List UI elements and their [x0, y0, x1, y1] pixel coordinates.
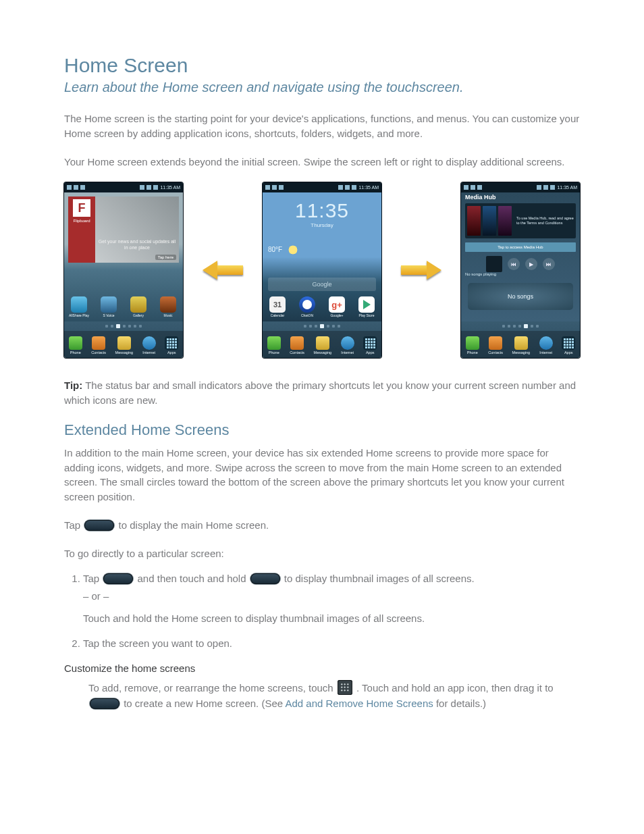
dock-phone[interactable]: Phone [267, 336, 281, 355]
status-bar: 11:35 AM [461, 182, 580, 192]
app-calendar[interactable]: 31Calendar [267, 296, 288, 317]
weather-temp: 80°F [268, 246, 282, 253]
dock: Phone Contacts Messaging Internet Apps [64, 331, 183, 358]
app-chaton[interactable]: ChatON [297, 296, 317, 317]
poster-icon [498, 206, 512, 236]
app-svoice[interactable]: S Voice [99, 296, 119, 317]
page-subtitle: Learn about the Home screen and navigate… [64, 80, 580, 95]
dock-contacts[interactable]: Contacts [290, 336, 304, 355]
screens-hint: Your Home screen extends beyond the init… [64, 155, 580, 170]
step-1-alt: Touch and hold the Home screen to displa… [83, 610, 580, 626]
weather-widget[interactable]: 80°F [268, 244, 299, 256]
phone-center: 11:35 AM 11:35 Thursday 80°F Google 31Ca… [263, 182, 381, 358]
gplus-icon: g+ [329, 296, 345, 313]
media-hub-card[interactable]: To use Media Hub, read and agree to the … [465, 203, 576, 238]
step-2: Tap the screen you want to open. [83, 635, 580, 651]
home-key-icon [103, 573, 133, 584]
customize-list: To add, remove, or rearrange the home sc… [64, 680, 580, 712]
tip-label: Tip: [64, 380, 82, 391]
flipboard-caption: Get your news and social updates all in … [98, 239, 176, 251]
flipboard-widget[interactable]: F Flipboard Get your news and social upd… [68, 197, 179, 263]
google-search-bar[interactable]: Google [268, 278, 376, 291]
home-key-icon [90, 698, 119, 709]
prev-track-button[interactable]: ⏮ [508, 258, 520, 270]
no-songs-box: No songs [468, 283, 573, 310]
dock-internet[interactable]: Internet [539, 336, 553, 355]
customize-heading: Customize the home screens [64, 661, 580, 676]
arrow-left-icon [203, 261, 243, 280]
dock: Phone Contacts Messaging Internet Apps [461, 331, 580, 358]
play-button[interactable]: ▶ [525, 258, 537, 270]
media-hub-note: To use Media Hub, read and agree to the … [514, 216, 574, 226]
dock-contacts[interactable]: Contacts [91, 336, 106, 355]
status-time: 11:35 AM [557, 185, 577, 190]
flipboard-icon: F [73, 199, 90, 217]
page-indicator [64, 321, 183, 331]
poster-icon [483, 206, 496, 236]
home-key-icon [84, 520, 114, 531]
or-separator: – or – [83, 588, 580, 604]
dock-messaging[interactable]: Messaging [115, 336, 134, 355]
status-time: 11:35 AM [358, 185, 379, 190]
media-hub-accent-bar[interactable]: Tap to access Media Hub [465, 242, 576, 252]
customize-link[interactable]: Add and Remove Home Screens [285, 698, 433, 709]
app-music[interactable]: Music [158, 296, 178, 317]
clock-day: Thursday [263, 222, 381, 228]
dock-apps[interactable]: Apps [363, 336, 377, 355]
dock-apps[interactable]: Apps [562, 336, 575, 355]
ext-p3: To go directly to a particular screen: [64, 546, 580, 561]
status-time: 11:35 AM [160, 185, 180, 190]
customize-item: To add, remove, or rearrange the home sc… [88, 680, 580, 712]
page-indicator [263, 321, 381, 331]
dock-contacts[interactable]: Contacts [488, 336, 503, 355]
intro-paragraph: The Home screen is the starting point fo… [64, 111, 580, 141]
dock-messaging[interactable]: Messaging [314, 336, 332, 355]
status-bar: 11:35 AM [64, 182, 183, 192]
ext-p1: In addition to the main Home screen, you… [64, 446, 580, 504]
flipboard-label: Flipboard [73, 219, 90, 223]
flipboard-cta[interactable]: Tap here [155, 255, 176, 260]
document-page: Home Screen Learn about the Home screen … [0, 0, 644, 779]
next-track-button[interactable]: ⏭ [543, 258, 555, 270]
poster-icon [467, 206, 481, 236]
app-playstore[interactable]: Play Store [356, 296, 377, 317]
app-gallery[interactable]: Gallery [128, 296, 149, 317]
tip-paragraph: Tip: The status bar and small indicators… [64, 378, 580, 408]
google-label: Google [312, 281, 331, 288]
phone-right: 11:35 AM Media Hub To use Media Hub, rea… [461, 182, 580, 358]
page-title: Home Screen [64, 54, 580, 77]
dock: Phone Contacts Messaging Internet Apps [263, 331, 381, 358]
chaton-icon [299, 296, 315, 313]
dock-phone[interactable]: Phone [69, 336, 82, 355]
ext-heading: Extended Home Screens [64, 421, 580, 439]
dock-phone[interactable]: Phone [466, 336, 479, 355]
step-1: Tap and then touch and hold to display t… [83, 571, 580, 626]
media-hub-title: Media Hub [465, 194, 496, 201]
ext-p2: Tap to display the main Home screen. [64, 518, 580, 533]
calendar-icon: 31 [269, 296, 286, 313]
app-gplus[interactable]: g+Google+ [327, 296, 347, 317]
phone-left: 11:35 AM F Flipboard Get your news and s… [64, 182, 183, 358]
dock-internet[interactable]: Internet [142, 336, 156, 355]
clock-time: 11:35 [263, 199, 381, 222]
apps-key-icon [338, 680, 352, 695]
music-controls: ⏮ ▶ ⏭ [465, 256, 576, 272]
arrow-right-icon [401, 261, 441, 280]
now-playing-label: No songs playing [465, 272, 576, 276]
album-art-icon [486, 256, 502, 272]
screenshots-row: 11:35 AM F Flipboard Get your news and s… [64, 182, 580, 358]
app-allshare[interactable]: AllShare Play [69, 296, 89, 317]
home-key-icon [250, 573, 280, 584]
tip-text: The status bar and small indicators abov… [64, 380, 576, 406]
dock-messaging[interactable]: Messaging [512, 336, 531, 355]
dock-apps[interactable]: Apps [165, 336, 178, 355]
page-indicator [461, 321, 580, 331]
play-icon [358, 296, 375, 313]
sun-icon [287, 244, 299, 256]
steps-list: Tap and then touch and hold to display t… [64, 571, 580, 651]
dock-internet[interactable]: Internet [341, 336, 354, 355]
clock-widget[interactable]: 11:35 Thursday [263, 199, 381, 228]
status-bar: 11:35 AM [263, 182, 381, 192]
